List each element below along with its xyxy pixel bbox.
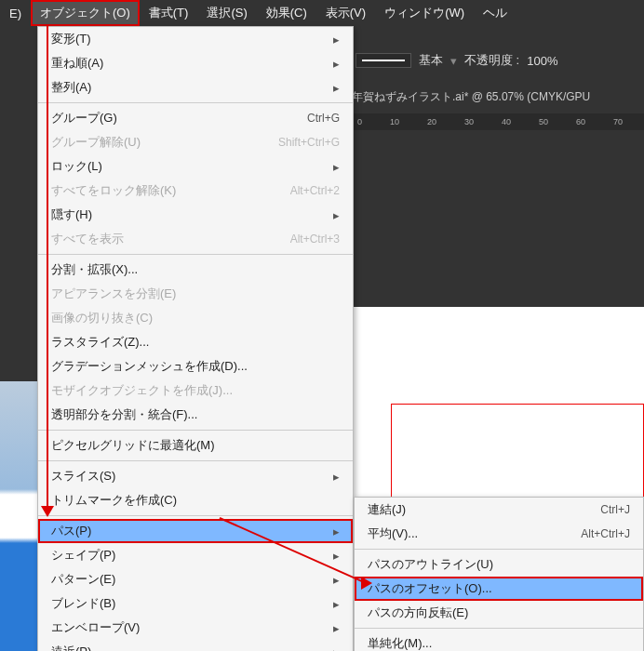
menu-item-label: パスの方向反転(E) <box>368 604 468 621</box>
menu-item: 画像の切り抜き(C) <box>38 306 353 330</box>
menu-item-label: 透明部分を分割・統合(F)... <box>51 406 197 423</box>
chevron-right-icon: ▸ <box>333 57 340 71</box>
menu-item-label: シェイプ(P) <box>51 547 115 564</box>
menu-item[interactable]: 単純化(M)... <box>355 631 643 651</box>
menu-item-shortcut: Shift+Ctrl+G <box>278 136 340 149</box>
menu-item[interactable]: 分割・拡張(X)... <box>38 258 353 282</box>
menu-item-label: 隠す(H) <box>51 206 92 223</box>
chevron-right-icon: ▸ <box>333 621 340 635</box>
menu-item-label: 画像の切り抜き(C) <box>51 310 153 326</box>
menu-item[interactable]: パスの方向反転(E) <box>355 601 643 625</box>
menu-item-label: 連結(J) <box>368 501 406 518</box>
menu-item[interactable]: 平均(V)...Alt+Ctrl+J <box>355 522 643 546</box>
menu-item[interactable]: スライス(S)▸ <box>38 464 353 488</box>
annotation-arrow-line <box>47 26 48 506</box>
menu-item-label: 変形(T) <box>51 31 91 47</box>
stroke-preview[interactable] <box>356 53 411 68</box>
menu-item[interactable]: 隠す(H)▸ <box>38 203 353 227</box>
menu-item[interactable]: 連結(J)Ctrl+J <box>355 498 643 522</box>
menu-item-label: 分割・拡張(X)... <box>51 261 138 278</box>
menu-item-shortcut: Ctrl+J <box>600 503 630 516</box>
opacity-label: 不透明度 : <box>464 52 519 69</box>
menu-item[interactable]: 遠近(P)▸ <box>38 640 353 651</box>
menu-item-label: アピアランスを分割(E) <box>51 286 176 302</box>
annotation-arrowhead-2 <box>361 577 372 590</box>
menu-item[interactable]: パス(P)▸ <box>38 519 353 543</box>
menu-item-label: トリムマークを作成(C) <box>51 492 177 509</box>
chevron-right-icon: ▸ <box>333 470 340 484</box>
menubar-item[interactable]: ヘル <box>474 0 517 26</box>
menubar-item[interactable]: 書式(T) <box>140 0 198 26</box>
chevron-right-icon: ▸ <box>333 33 340 46</box>
menubar-item[interactable]: 選択(S) <box>197 0 256 26</box>
menubar[interactable]: E)オブジェクト(O)書式(T)選択(S)効果(C)表示(V)ウィンドウ(W)ヘ… <box>0 0 644 26</box>
menubar-item[interactable]: 表示(V) <box>316 0 375 26</box>
menu-item-shortcut: Ctrl+G <box>307 112 340 125</box>
menu-item-label: グループ解除(U) <box>51 134 141 151</box>
menu-item[interactable]: 重ね順(A)▸ <box>38 51 353 75</box>
menu-item-label: 平均(V)... <box>368 525 418 542</box>
menu-item-label: パス(P) <box>51 523 91 539</box>
menu-item-label: スライス(S) <box>51 468 115 485</box>
chevron-right-icon: ▸ <box>333 645 340 652</box>
menu-item-label: パスのアウトライン(U) <box>368 556 493 573</box>
menu-item[interactable]: グループ(G)Ctrl+G <box>38 106 353 130</box>
stroke-style-label[interactable]: 基本 <box>419 52 443 69</box>
menu-item-label: ロック(L) <box>51 158 102 175</box>
menu-item-label: すべてをロック解除(K) <box>51 182 176 199</box>
menu-item-label: ラスタライズ(Z)... <box>51 334 149 351</box>
ruler: 01020304050607080 <box>352 113 644 130</box>
menu-item: すべてをロック解除(K)Alt+Ctrl+2 <box>38 179 353 203</box>
menu-item-label: 重ね順(A) <box>51 55 103 72</box>
menu-item-label: パスのオフセット(O)... <box>368 580 492 597</box>
menu-item-shortcut: Alt+Ctrl+2 <box>290 184 340 197</box>
menubar-item[interactable]: E) <box>0 2 31 25</box>
menu-item[interactable]: エンベロープ(V)▸ <box>38 616 353 640</box>
menu-item: アピアランスを分割(E) <box>38 282 353 306</box>
background-image-fragment <box>0 381 37 651</box>
menubar-item[interactable]: オブジェクト(O) <box>31 0 140 26</box>
menu-item[interactable]: 変形(T)▸ <box>38 27 353 51</box>
menu-item-label: ピクセルグリッドに最適化(M) <box>51 437 215 454</box>
menu-item[interactable]: ロック(L)▸ <box>38 154 353 179</box>
chevron-right-icon: ▸ <box>333 160 340 174</box>
annotation-arrowhead <box>41 506 54 517</box>
chevron-right-icon: ▸ <box>333 597 340 611</box>
chevron-right-icon: ▸ <box>333 525 340 538</box>
menu-item-label: エンベロープ(V) <box>51 619 140 636</box>
menu-item-label: すべてを表示 <box>51 231 124 247</box>
menu-item[interactable]: トリムマークを作成(C) <box>38 488 353 512</box>
menu-item-label: グループ(G) <box>51 110 117 126</box>
chevron-right-icon: ▸ <box>333 573 340 587</box>
menu-item: モザイクオブジェクトを作成(J)... <box>38 379 353 403</box>
menu-item-label: パターン(E) <box>51 571 115 588</box>
menu-item-label: ブレンド(B) <box>51 595 115 612</box>
menu-item[interactable]: 整列(A)▸ <box>38 75 353 100</box>
chevron-right-icon: ▸ <box>333 208 340 222</box>
menu-item-label: 整列(A) <box>51 79 91 96</box>
menu-item[interactable]: パスのアウトライン(U) <box>355 552 643 577</box>
menu-item-label: モザイクオブジェクトを作成(J)... <box>51 382 233 399</box>
document-tab[interactable]: 年賀ねずみイラスト.ai* @ 65.07% (CMYK/GPU <box>352 89 590 105</box>
menu-item-label: グラデーションメッシュを作成(D)... <box>51 358 248 375</box>
chevron-right-icon: ▸ <box>333 81 340 95</box>
menu-item[interactable]: 透明部分を分割・統合(F)... <box>38 403 353 427</box>
menubar-item[interactable]: 効果(C) <box>257 0 316 26</box>
menu-item-label: 遠近(P) <box>51 644 91 651</box>
menu-item: すべてを表示Alt+Ctrl+3 <box>38 227 353 251</box>
menu-item[interactable]: パスのオフセット(O)... <box>355 577 643 601</box>
menu-item[interactable]: ピクセルグリッドに最適化(M) <box>38 433 353 458</box>
menu-item-label: 単純化(M)... <box>368 635 432 651</box>
menubar-item[interactable]: ウィンドウ(W) <box>375 0 474 26</box>
menu-item-shortcut: Alt+Ctrl+J <box>581 527 630 540</box>
opacity-value[interactable]: 100% <box>527 54 557 68</box>
menu-item-shortcut: Alt+Ctrl+3 <box>290 232 340 246</box>
menu-item[interactable]: ラスタライズ(Z)... <box>38 330 353 354</box>
path-submenu[interactable]: 連結(J)Ctrl+J平均(V)...Alt+Ctrl+Jパスのアウトライン(U… <box>354 497 644 651</box>
menu-item[interactable]: ブレンド(B)▸ <box>38 591 353 616</box>
menu-item[interactable]: パターン(E)▸ <box>38 567 353 591</box>
chevron-right-icon: ▸ <box>333 549 340 563</box>
options-bar: 基本 ▾ 不透明度 : 100% <box>356 46 644 74</box>
menu-item: グループ解除(U)Shift+Ctrl+G <box>38 130 353 154</box>
menu-item[interactable]: グラデーションメッシュを作成(D)... <box>38 354 353 379</box>
